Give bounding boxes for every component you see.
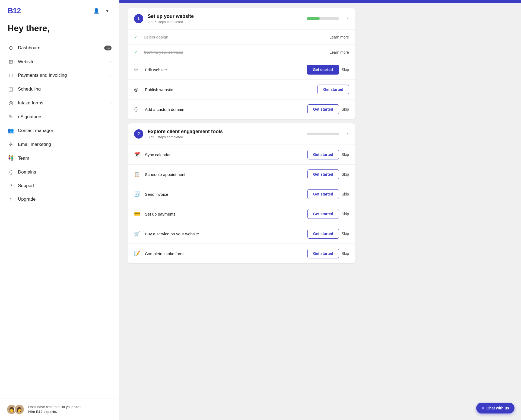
get-started-button[interactable]: Get started	[307, 65, 339, 75]
get-started-button[interactable]: Get started	[317, 85, 349, 94]
skip-button[interactable]: Skip	[342, 232, 349, 236]
footer-line1: Don't have time to build your site?	[28, 405, 81, 409]
sidebar-item-support[interactable]: ? Support	[3, 179, 116, 193]
sidebar-item-label: eSignatures	[18, 114, 112, 120]
get-started-button[interactable]: Get started	[307, 189, 339, 199]
setup-website-card: 1 Set up your website 2 of 5 steps compl…	[128, 8, 355, 119]
learn-more-button[interactable]: Learn more	[329, 35, 349, 39]
step-actions: Get started Skip	[307, 209, 349, 219]
sidebar-item-domains[interactable]: ⟨⟩ Domains	[3, 165, 116, 179]
intake-icon: 📝	[134, 251, 141, 257]
step-row-schedule-appointment: 📋 Schedule appointment Get started Skip	[128, 164, 355, 184]
dashboard-badge: 13	[104, 46, 112, 50]
nav-list: ⊙ Dashboard 13 ⊞ Website › □ Payments an…	[0, 41, 119, 399]
main-content: 1 Set up your website 2 of 5 steps compl…	[119, 0, 521, 420]
avatar-2: 👩	[14, 404, 24, 415]
step-row-set-up-payments: 💳 Set up payments Get started Skip	[128, 204, 355, 224]
step-actions: Get started Skip	[307, 249, 349, 258]
card-title-group-1: Set up your website 2 of 5 steps complet…	[148, 14, 302, 24]
step-label: Edit website	[145, 68, 303, 72]
card-header-2[interactable]: 2 Explore client engagement tools 0 of 6…	[128, 123, 355, 145]
chat-dot-icon	[482, 407, 484, 409]
skip-button[interactable]: Skip	[342, 68, 349, 72]
card-subtitle-1: 2 of 5 steps completed	[148, 20, 302, 24]
sidebar-item-scheduling[interactable]: ◫ Scheduling ›	[3, 82, 116, 96]
chevron-right-icon: ›	[110, 101, 112, 105]
sidebar: B12 👤 ▾ Hey there, ⊙ Dashboard 13 ⊞ Webs…	[0, 0, 119, 420]
sidebar-item-label: Upgrade	[18, 197, 112, 202]
sidebar-item-website[interactable]: ⊞ Website ›	[3, 55, 116, 69]
step-label: Schedule appointment	[145, 172, 303, 177]
chat-with-us-button[interactable]: Chat with us	[476, 403, 514, 413]
card-subtitle-2: 0 of 6 steps completed	[148, 135, 302, 139]
email-marketing-icon: ✈	[8, 141, 14, 148]
step-row-publish-website: ◎ Publish website Get started	[128, 79, 355, 99]
step-label: Complete intake form	[145, 251, 303, 256]
sidebar-item-label: Team	[18, 156, 112, 161]
step-actions: Get started Skip	[307, 65, 349, 75]
get-started-button[interactable]: Get started	[307, 169, 339, 179]
step-actions: Get started Skip	[307, 104, 349, 114]
dropdown-button[interactable]: ▾	[103, 7, 112, 15]
sidebar-item-label: Scheduling	[18, 86, 106, 92]
check-icon: ✓	[134, 34, 139, 40]
domain-icon: ⟨⟩	[134, 106, 141, 112]
step-row-complete-intake: 📝 Complete intake form Get started Skip	[128, 243, 355, 263]
card-header-1[interactable]: 1 Set up your website 2 of 5 steps compl…	[128, 8, 355, 29]
step-row-send-invoice: 🧾 Send invoice Get started Skip	[128, 184, 355, 204]
progress-bar-2	[307, 133, 339, 135]
get-started-button[interactable]: Get started	[307, 249, 339, 258]
upgrade-icon: ↑	[8, 196, 14, 202]
step-label: Buy a service on your website	[145, 232, 303, 236]
skip-button[interactable]: Skip	[342, 172, 349, 177]
progress-fill-1	[307, 17, 320, 20]
footer-avatars: 🧑 👩	[7, 404, 24, 415]
skip-button[interactable]: Skip	[342, 152, 349, 157]
get-started-button[interactable]: Get started	[307, 104, 339, 114]
step-row-sync-calendar: 📅 Sync calendar Get started Skip	[128, 145, 355, 164]
step-row-custom-domain: ⟨⟩ Add a custom domain Get started Skip	[128, 99, 355, 119]
top-bar	[119, 0, 521, 3]
chevron-right-icon: ›	[110, 87, 112, 91]
step-actions: Get started Skip	[307, 229, 349, 239]
footer-line2: Hire B12 experts.	[28, 410, 57, 414]
sidebar-item-label: Intake forms	[18, 100, 106, 106]
get-started-button[interactable]: Get started	[307, 150, 339, 159]
website-icon: ⊞	[8, 59, 14, 65]
footer-cta: Don't have time to build your site? Hire…	[28, 405, 81, 414]
check-icon: ✓	[134, 50, 139, 55]
sidebar-item-esignatures[interactable]: ✎ eSignatures	[3, 110, 116, 124]
sidebar-item-upgrade[interactable]: ↑ Upgrade	[3, 193, 116, 206]
step-label: Publish website	[145, 87, 313, 92]
skip-button[interactable]: Skip	[342, 212, 349, 216]
skip-button[interactable]: Skip	[342, 251, 349, 256]
learn-more-button[interactable]: Learn more	[329, 50, 349, 54]
step-label: Add a custom domain	[145, 107, 303, 112]
skip-button[interactable]: Skip	[342, 192, 349, 196]
calendar-icon: 📅	[134, 152, 141, 158]
greeting: Hey there,	[0, 21, 119, 41]
sidebar-item-dashboard[interactable]: ⊙ Dashboard 13	[3, 41, 116, 55]
user-avatar-button[interactable]: 👤	[92, 7, 101, 15]
get-started-button[interactable]: Get started	[307, 229, 339, 239]
get-started-button[interactable]: Get started	[307, 209, 339, 219]
engagement-tools-card: 2 Explore client engagement tools 0 of 6…	[128, 123, 355, 263]
sidebar-item-email-marketing[interactable]: ✈ Email marketing	[3, 137, 116, 151]
sidebar-item-payments[interactable]: □ Payments and Invoicing ›	[3, 69, 116, 82]
sidebar-item-contact-manager[interactable]: 👥 Contact manager	[3, 124, 116, 137]
card-title-1: Set up your website	[148, 14, 302, 19]
card-title-group-2: Explore client engagement tools 0 of 6 s…	[148, 129, 302, 139]
chevron-up-icon: ∧	[346, 17, 349, 21]
scheduling-icon: ◫	[8, 86, 14, 92]
contact-manager-icon: 👥	[8, 127, 14, 134]
chat-button-label: Chat with us	[487, 406, 509, 410]
team-icon: 👫	[8, 155, 14, 161]
sidebar-item-intake-forms[interactable]: ◎ Intake forms ›	[3, 96, 116, 110]
progress-bar-1	[307, 17, 339, 20]
step-actions: Get started Skip	[307, 150, 349, 159]
sidebar-item-team[interactable]: 👫 Team	[3, 151, 116, 165]
support-icon: ?	[8, 183, 14, 189]
content-area: 1 Set up your website 2 of 5 steps compl…	[119, 3, 364, 273]
sidebar-item-label: Contact manager	[18, 128, 112, 133]
skip-button[interactable]: Skip	[342, 107, 349, 111]
